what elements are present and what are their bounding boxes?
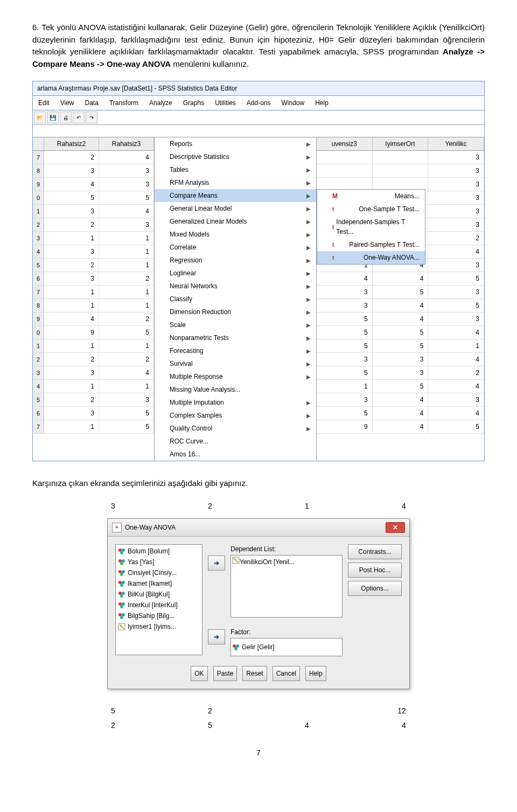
cell[interactable]: 3 <box>428 178 484 191</box>
cell[interactable]: 3 <box>99 164 154 177</box>
posthoc-button[interactable]: Post Hoc... <box>348 563 402 578</box>
cell[interactable]: 2 <box>44 353 99 366</box>
cell[interactable]: 4 <box>373 407 429 420</box>
menu-help[interactable]: Help <box>310 96 334 110</box>
variable-item[interactable]: BilgSahip [Bilg... <box>116 610 202 621</box>
cell[interactable]: 3 <box>428 259 484 272</box>
menu-transform[interactable]: Transform <box>104 96 144 110</box>
analyze-menu-item[interactable]: Amos 16... <box>155 448 316 461</box>
cell[interactable]: 1 <box>99 286 154 299</box>
ok-button[interactable]: OK <box>191 666 207 681</box>
analyze-menu-item[interactable]: ROC Curve... <box>155 435 316 448</box>
cell[interactable]: 1 <box>99 380 154 393</box>
analyze-menu-item[interactable]: Survival▶ <box>155 357 316 370</box>
move-to-factor-button[interactable]: ➔ <box>208 629 225 644</box>
cell[interactable]: 4 <box>428 245 484 258</box>
cell[interactable]: 5 <box>373 339 429 352</box>
variable-item[interactable]: Yas [Yas] <box>116 557 202 567</box>
close-button[interactable]: ✕ <box>386 522 405 533</box>
cell[interactable]: 5 <box>373 326 429 339</box>
cell[interactable]: 4 <box>428 326 484 339</box>
col-rahatsiz3[interactable]: Rahatsiz3 <box>99 137 154 150</box>
cell[interactable]: 2 <box>99 272 154 285</box>
cell[interactable]: 3 <box>317 393 373 406</box>
analyze-menu-item[interactable]: Compare Means▶ <box>155 189 316 202</box>
paste-button[interactable]: Paste <box>213 666 237 681</box>
analyze-menu-item[interactable]: Loglinear▶ <box>155 267 316 280</box>
cell[interactable]: 3 <box>428 393 484 406</box>
cell[interactable]: 1 <box>99 259 154 272</box>
toolbar-open-icon[interactable]: 📂 <box>34 112 46 123</box>
cell[interactable]: 1 <box>44 380 99 393</box>
cell[interactable]: 5 <box>99 420 154 433</box>
cell[interactable]: 1 <box>428 339 484 352</box>
cell[interactable]: 1 <box>44 299 99 312</box>
analyze-menu-item[interactable]: Nonparametric Tests▶ <box>155 331 316 344</box>
analyze-menu-item[interactable]: Neural Networks▶ <box>155 280 316 293</box>
cell[interactable]: 9 <box>317 420 373 433</box>
analyze-menu-item[interactable]: Descriptive Statistics▶ <box>155 150 316 163</box>
cell[interactable]: 2 <box>99 353 154 366</box>
cell[interactable]: 5 <box>99 326 154 339</box>
cell[interactable]: 2 <box>99 313 154 325</box>
cell[interactable]: 4 <box>373 420 429 433</box>
move-to-dependent-button[interactable]: ➔ <box>208 556 225 571</box>
analyze-menu-item[interactable]: Regression▶ <box>155 254 316 267</box>
options-button[interactable]: Options... <box>348 581 402 596</box>
menu-graphs[interactable]: Graphs <box>178 96 209 110</box>
cell[interactable]: 3 <box>428 218 484 231</box>
cell[interactable]: 1 <box>99 339 154 352</box>
variable-listbox[interactable]: Bolum [Bolum]Yas [Yas]Cinsiyet [Cinsiy..… <box>115 544 202 655</box>
col-yenilikc[interactable]: Yenilikc <box>428 137 484 150</box>
variable-item[interactable]: Cinsiyet [Cinsiy... <box>116 567 202 578</box>
toolbar-save-icon[interactable]: 💾 <box>47 112 59 123</box>
analyze-menu-item[interactable]: Generalized Linear Models▶ <box>155 215 316 228</box>
cell[interactable]: 3 <box>428 191 484 204</box>
analyze-menu-item[interactable]: Multiple Response▶ <box>155 370 316 383</box>
analyze-menu-item[interactable]: General Linear Model▶ <box>155 202 316 215</box>
cell[interactable]: 5 <box>99 191 154 204</box>
cell[interactable]: 3 <box>428 286 484 299</box>
cell[interactable]: 5 <box>317 313 373 325</box>
cell[interactable]: 5 <box>428 420 484 433</box>
cell[interactable]: 1 <box>44 286 99 299</box>
cell[interactable]: 1 <box>44 232 99 245</box>
analyze-menu-item[interactable]: RFM Analysis▶ <box>155 176 316 189</box>
toolbar-redo-icon[interactable]: ↷ <box>86 112 97 123</box>
cell[interactable]: 5 <box>317 326 373 339</box>
analyze-menu-item[interactable]: Forecasting▶ <box>155 344 316 357</box>
cell[interactable]: 1 <box>44 420 99 433</box>
cell[interactable]: 3 <box>317 286 373 299</box>
cell[interactable]: 1 <box>99 245 154 258</box>
cell[interactable]: 2 <box>44 218 99 231</box>
cell[interactable] <box>373 164 429 177</box>
cell[interactable] <box>373 151 429 164</box>
cell[interactable]: 5 <box>317 407 373 420</box>
cell[interactable]: 3 <box>99 218 154 231</box>
variable-item[interactable]: Bolum [Bolum] <box>116 546 202 557</box>
cell[interactable]: 3 <box>44 164 99 177</box>
cell[interactable]: 4 <box>44 313 99 325</box>
cell[interactable]: 4 <box>428 380 484 393</box>
analyze-menu-item[interactable]: Classify▶ <box>155 293 316 306</box>
cell[interactable]: 4 <box>373 313 429 325</box>
cell[interactable]: 5 <box>317 366 373 379</box>
cell[interactable]: 4 <box>99 205 154 218</box>
cell[interactable]: 2 <box>44 151 99 164</box>
cell[interactable]: 4 <box>44 178 99 191</box>
menu-utilities[interactable]: Utilities <box>209 96 241 110</box>
cell[interactable]: 3 <box>99 178 154 191</box>
cell[interactable]: 4 <box>428 407 484 420</box>
cell[interactable]: 2 <box>428 366 484 379</box>
analyze-menu-item[interactable]: Dimension Reduction▶ <box>155 306 316 318</box>
variable-item[interactable]: InterKul [InterKul] <box>116 600 202 610</box>
cell[interactable] <box>317 151 373 164</box>
cancel-button[interactable]: Cancel <box>273 666 300 681</box>
cell[interactable]: 4 <box>317 272 373 285</box>
cell[interactable]: 3 <box>44 205 99 218</box>
cell[interactable]: 4 <box>373 393 429 406</box>
toolbar-undo-icon[interactable]: ↶ <box>73 112 85 123</box>
toolbar-print-icon[interactable]: 🖨 <box>60 112 72 123</box>
cell[interactable]: 2 <box>428 232 484 245</box>
analyze-menu-item[interactable]: Correlate▶ <box>155 241 316 254</box>
